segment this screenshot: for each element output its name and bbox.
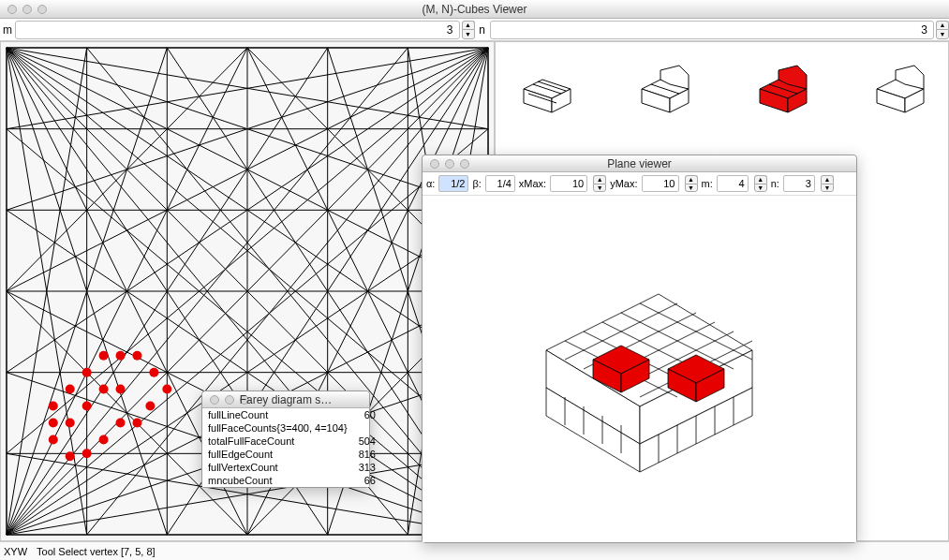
svg-point-71	[82, 402, 92, 411]
svg-point-62	[99, 351, 109, 361]
table-row: fullVertexCount313	[202, 461, 381, 474]
svg-point-76	[99, 435, 109, 444]
table-row: mncubeCount66	[202, 474, 381, 487]
m-label: m	[0, 23, 15, 37]
svg-point-73	[49, 435, 58, 444]
plane-viewer-titlebar[interactable]: Plane viewer	[423, 155, 856, 172]
svg-point-63	[116, 351, 126, 361]
zoom-icon[interactable]	[460, 159, 469, 169]
close-icon[interactable]	[210, 395, 219, 405]
svg-point-67	[49, 418, 58, 427]
svg-point-65	[66, 385, 75, 394]
step-down-icon[interactable]: ▼	[821, 184, 834, 193]
m-step-up[interactable]: ▲	[462, 21, 475, 30]
n-step-down[interactable]: ▼	[936, 29, 949, 39]
n-step-up[interactable]: ▲	[936, 21, 949, 30]
svg-point-77	[116, 418, 126, 427]
ymax-input[interactable]	[642, 175, 679, 192]
alpha-input[interactable]	[438, 175, 468, 192]
table-row: fullFaceCounts{3=400, 4=104}	[202, 421, 381, 435]
main-window-titlebar: (M, N)-Cubes Viewer	[0, 0, 949, 19]
table-row: fullLineCount60	[202, 408, 381, 421]
zoom-icon[interactable]	[37, 5, 47, 14]
n-input[interactable]	[783, 175, 815, 192]
cube-gallery-row	[514, 61, 929, 117]
step-up-icon[interactable]: ▲	[685, 175, 698, 184]
n-label: n:	[771, 178, 779, 189]
alpha-label: α:	[426, 178, 435, 189]
n-stepper[interactable]: ▲ ▼	[936, 21, 949, 39]
farey-stats-titlebar[interactable]: Farey diagram s…	[202, 391, 369, 408]
cube-thumb-2[interactable]	[632, 61, 694, 117]
farey-stats-table: fullLineCount60 fullFaceCounts{3=400, 4=…	[202, 408, 381, 487]
svg-point-69	[162, 385, 171, 394]
status-tool: Tool Select vertex [7, 5, 8]	[37, 546, 156, 557]
step-down-icon[interactable]: ▼	[685, 184, 698, 193]
svg-point-79	[99, 385, 109, 394]
m-step-down[interactable]: ▼	[462, 29, 475, 39]
n-label: n	[475, 23, 490, 37]
farey-stats-panel[interactable]: Farey diagram s… fullLineCount60 fullFac…	[201, 391, 370, 488]
xmax-input[interactable]	[550, 175, 587, 192]
cube-thumb-3-selected[interactable]	[750, 61, 812, 117]
zoom-icon[interactable]	[240, 395, 249, 405]
svg-point-72	[66, 418, 75, 427]
svg-point-66	[49, 402, 58, 411]
n-input[interactable]	[490, 21, 935, 39]
close-icon[interactable]	[430, 159, 439, 169]
step-down-icon[interactable]: ▼	[593, 184, 606, 193]
svg-point-64	[132, 351, 141, 361]
table-row: fullEdgeCount816	[202, 448, 381, 461]
window-controls[interactable]	[7, 5, 47, 14]
beta-label: β:	[472, 178, 481, 189]
minimize-icon[interactable]	[225, 395, 234, 405]
step-up-icon[interactable]: ▲	[754, 175, 767, 184]
svg-point-80	[116, 385, 126, 394]
minimize-icon[interactable]	[22, 5, 32, 14]
svg-point-70	[145, 402, 155, 411]
xmax-label: xMax:	[519, 178, 546, 189]
ymax-label: yMax:	[610, 178, 637, 189]
cube-thumb-4[interactable]	[867, 61, 929, 117]
m-stepper[interactable]: ▲ ▼	[754, 175, 767, 192]
table-row: totalFullFaceCount504	[202, 435, 381, 448]
cube-thumb-1[interactable]	[514, 61, 576, 117]
close-icon[interactable]	[7, 5, 17, 14]
m-input[interactable]	[717, 175, 749, 192]
n-stepper[interactable]: ▲ ▼	[821, 175, 834, 192]
main-window-title: (M, N)-Cubes Viewer	[0, 3, 949, 16]
svg-point-61	[82, 368, 92, 377]
svg-point-75	[82, 449, 92, 458]
status-bar: XYW Tool Select vertex [7, 5, 8]	[0, 541, 949, 560]
svg-point-74	[66, 451, 75, 461]
svg-point-68	[149, 368, 158, 377]
m-input[interactable]	[15, 21, 460, 39]
status-xyw: XYW	[4, 546, 27, 557]
minimize-icon[interactable]	[445, 159, 454, 169]
plane-viewer-canvas[interactable]	[423, 196, 856, 542]
plane-viewer-panel[interactable]: Plane viewer α: β: xMax: ▲ ▼ yMax: ▲ ▼ m…	[422, 155, 857, 543]
param-toolbar: m ▲ ▼ n ▲ ▼	[0, 19, 949, 41]
xmax-stepper[interactable]: ▲ ▼	[593, 175, 606, 192]
m-stepper[interactable]: ▲ ▼	[462, 21, 475, 39]
step-down-icon[interactable]: ▼	[754, 184, 767, 193]
plane-viewer-isocube	[481, 247, 799, 491]
ymax-stepper[interactable]: ▲ ▼	[685, 175, 698, 192]
step-up-icon[interactable]: ▲	[593, 175, 606, 184]
step-up-icon[interactable]: ▲	[821, 175, 834, 184]
svg-point-78	[132, 418, 141, 427]
beta-input[interactable]	[485, 175, 515, 192]
m-label: m:	[702, 178, 713, 189]
plane-viewer-title: Plane viewer	[423, 157, 856, 170]
plane-viewer-toolbar: α: β: xMax: ▲ ▼ yMax: ▲ ▼ m: ▲ ▼ n: ▲ ▼	[423, 172, 856, 196]
